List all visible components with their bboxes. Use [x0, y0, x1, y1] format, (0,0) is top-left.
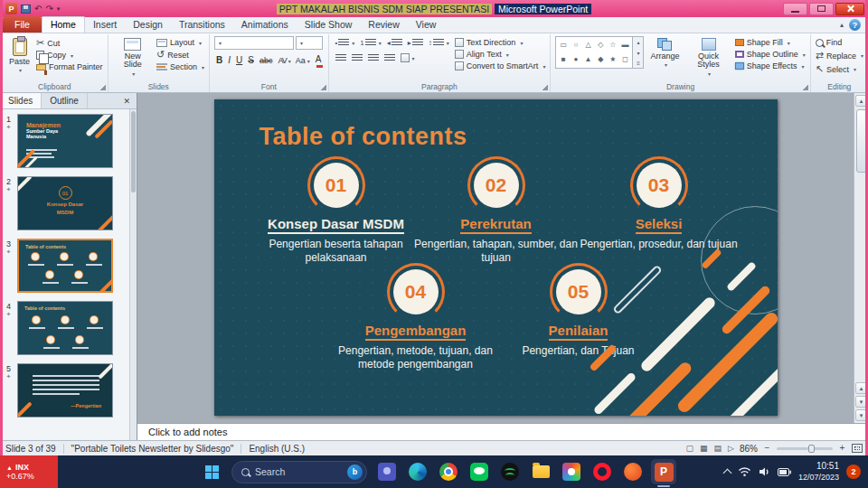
battery-icon[interactable]	[778, 468, 791, 476]
slide-sorter-view-button[interactable]: ▦	[699, 445, 709, 453]
slide-thumbnail-5[interactable]: 5✦ —Pengertian	[2, 363, 135, 418]
slide-thumbnail-4[interactable]: 4✦ Table of contents	[2, 301, 135, 355]
shape-diamond2-icon[interactable]: ◆	[598, 56, 603, 63]
drawing-dialog-launcher[interactable]	[801, 83, 808, 90]
language-indicator[interactable]: English (U.S.)	[249, 444, 305, 454]
shape-star-icon[interactable]: ☆	[609, 42, 616, 49]
font-dialog-launcher[interactable]	[319, 83, 326, 90]
qat-customize-caret-icon[interactable]: ▾	[57, 5, 61, 13]
undo-icon[interactable]: ↶	[34, 5, 42, 14]
quick-styles-button[interactable]: Quick Styles	[685, 36, 731, 80]
shape-triangle-icon[interactable]: △	[585, 42, 590, 49]
find-button[interactable]: Find	[816, 38, 863, 47]
panel-scrollbar[interactable]	[129, 109, 137, 440]
panel-tab-slides[interactable]: Slides	[0, 93, 42, 108]
maximize-button[interactable]	[809, 3, 834, 15]
shape-dot-icon[interactable]: ●	[573, 56, 578, 63]
italic-button[interactable]: I	[226, 54, 232, 67]
file-explorer-icon[interactable]	[528, 459, 553, 484]
thumbnail-image[interactable]: 01 Konsep Dasar MSDM	[17, 176, 113, 230]
powerpoint-app-icon[interactable]: P	[5, 3, 17, 14]
panel-tab-outline[interactable]: Outline	[42, 93, 88, 108]
shapes-gallery[interactable]: ▭ ○ △ ◇ ☆ ▬ ■ ● ▲ ◆ ★ ◻	[555, 36, 633, 69]
shape-square-icon[interactable]: ■	[561, 56, 566, 63]
file-tab[interactable]: File	[3, 16, 42, 33]
shape-rectangle-icon[interactable]: ▭	[560, 42, 567, 49]
shapes-more-icon[interactable]: ≡	[637, 61, 640, 66]
numbering-button[interactable]: 1	[358, 38, 382, 48]
toc-item-1[interactable]: 01 Konsep Dasar MSDM Pengertian beserta …	[250, 163, 422, 265]
slide-thumbnail-2[interactable]: 2✦ 01 Konsep Dasar MSDM	[2, 176, 135, 230]
brave-icon[interactable]	[620, 459, 646, 484]
shapes-scroll-up-icon[interactable]: ▴	[637, 39, 639, 45]
hidden-icons-chevron-icon[interactable]	[723, 469, 732, 478]
strikethrough-button[interactable]: abc	[258, 54, 275, 67]
tab-insert[interactable]: Insert	[85, 17, 125, 33]
close-button[interactable]	[835, 3, 864, 15]
start-button[interactable]	[199, 459, 224, 484]
character-spacing-button[interactable]: AV	[276, 54, 291, 68]
font-color-button[interactable]: A	[314, 53, 324, 68]
decrease-indent-button[interactable]: ◂	[385, 38, 404, 48]
tab-review[interactable]: Review	[360, 17, 407, 33]
slideshow-view-button[interactable]: ▷	[727, 445, 735, 453]
layout-button[interactable]: Layout	[156, 38, 204, 47]
fit-to-window-button[interactable]	[852, 444, 863, 453]
text-direction-button[interactable]: Text Direction	[455, 38, 546, 47]
shapes-scroll-down-icon[interactable]: ▾	[637, 50, 639, 56]
increase-indent-button[interactable]: ▸	[406, 38, 425, 48]
panel-close-icon[interactable]: ✕	[117, 93, 137, 108]
tab-view[interactable]: View	[408, 17, 445, 33]
shape-triangle2-icon[interactable]: ▲	[585, 56, 592, 63]
toc-item-2[interactable]: 02 Perekrutan Pengertian, tahapan, sumbe…	[410, 163, 582, 265]
font-name-combo[interactable]	[214, 36, 294, 50]
widgets-stock-ticker[interactable]: ▲INX +0.67%	[0, 455, 58, 488]
bullets-button[interactable]: •	[334, 38, 357, 48]
thumbnail-image[interactable]: Table of contents	[17, 239, 113, 293]
toc-item-4[interactable]: 04 Pengembangan Pengertian, metode, tuju…	[330, 269, 502, 371]
bold-button[interactable]: B	[214, 54, 224, 67]
shape-circle-icon[interactable]: ○	[573, 42, 578, 49]
new-slide-button[interactable]: New Slide	[113, 36, 153, 80]
shape-box-icon[interactable]: ◻	[622, 56, 628, 63]
copy-button[interactable]: Copy	[36, 51, 103, 60]
zoom-slider-thumb[interactable]	[808, 445, 815, 453]
photos-icon[interactable]	[559, 459, 584, 484]
powerpoint-taskbar-icon[interactable]: P	[651, 459, 676, 484]
shape-effects-button[interactable]: Shape Effects	[735, 61, 806, 70]
normal-view-button[interactable]: ▢	[685, 445, 695, 453]
thumbnail-image[interactable]: —Pengertian	[17, 363, 113, 418]
help-button[interactable]: ?	[849, 19, 861, 31]
volume-icon[interactable]	[759, 466, 770, 477]
tab-slideshow[interactable]: Slide Show	[297, 17, 361, 33]
paragraph-dialog-launcher[interactable]	[541, 83, 548, 90]
shape-outline-button[interactable]: Shape Outline	[735, 50, 806, 59]
chrome-icon[interactable]	[436, 459, 461, 484]
arrange-button[interactable]: Arrange	[647, 36, 682, 80]
replace-button[interactable]: ⇄Replace	[816, 51, 863, 61]
slide-title[interactable]: Table of contents	[259, 123, 467, 151]
slide-thumbnail-1[interactable]: 1✦ Manajemen Sumber Daya Manusia	[2, 114, 135, 168]
line-icon[interactable]	[467, 459, 492, 484]
section-button[interactable]: Section	[156, 62, 204, 71]
align-left-button[interactable]	[334, 53, 348, 63]
shape-diamond-icon[interactable]: ◇	[598, 42, 603, 49]
notification-badge[interactable]: 2	[846, 465, 861, 479]
taskbar-search[interactable]: Search b	[231, 461, 367, 483]
tab-home[interactable]: Home	[42, 16, 85, 33]
teams-icon[interactable]	[374, 459, 400, 484]
notes-pane[interactable]: Click to add notes	[137, 423, 868, 440]
line-spacing-button[interactable]: ↕	[427, 38, 451, 48]
opera-icon[interactable]	[590, 459, 615, 484]
save-icon[interactable]	[21, 5, 31, 14]
zoom-level[interactable]: 86%	[740, 444, 758, 454]
shape-bar-icon[interactable]: ▬	[622, 42, 629, 49]
zoom-out-button[interactable]: −	[762, 444, 772, 453]
slide-thumbnail-3-selected[interactable]: 3✦ Table of contents	[2, 239, 135, 293]
select-button[interactable]: ↖Select	[816, 64, 863, 74]
tab-design[interactable]: Design	[125, 17, 171, 33]
convert-smartart-button[interactable]: Convert to SmartArt	[455, 61, 546, 70]
tab-transitions[interactable]: Transitions	[171, 17, 233, 33]
thumbnail-image[interactable]: Table of contents	[17, 301, 113, 355]
slide-canvas[interactable]: Table of contents 01 Konsep Dasar MSDM P…	[214, 99, 778, 416]
